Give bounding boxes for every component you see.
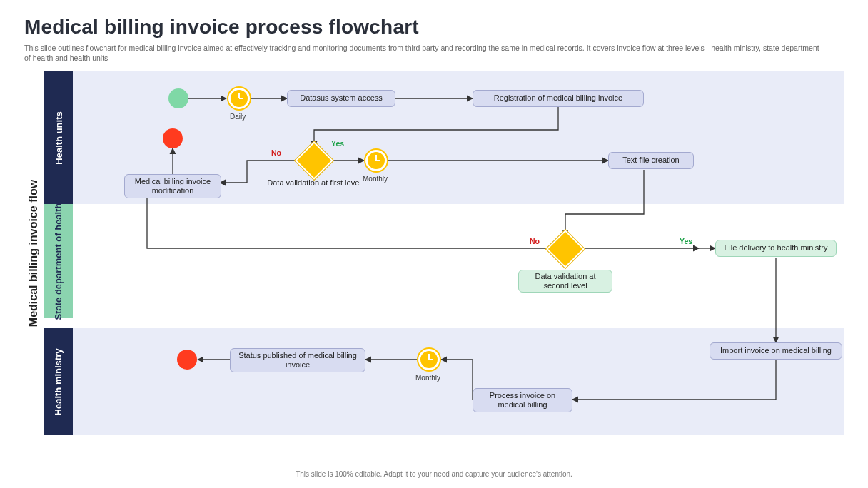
flowchart: Medical billing invoice flow Health unit… (24, 71, 844, 453)
node-modification: Medical billing invoice modification (124, 174, 221, 198)
clock-icon (365, 150, 387, 171)
edge-no-1: No (271, 148, 281, 157)
y-axis-label: Medical billing invoice flow (24, 71, 43, 435)
page-subtitle: This slide outlines flowchart for medica… (24, 43, 824, 63)
edge-yes-2: Yes (680, 237, 692, 245)
decision-validation-1-label: Data validation at first level (264, 178, 364, 187)
node-textfile: Text file creation (608, 152, 694, 169)
node-registration: Registration of medical billing invoice (473, 90, 644, 107)
lane-label-health-units: Health units (44, 71, 73, 204)
lane-label-health-units-text: Health units (54, 111, 64, 164)
clock-icon (418, 349, 440, 370)
clock-monthly-2 (418, 349, 440, 370)
lane-label-ministry: Health ministry (44, 328, 73, 435)
end-node-1 (163, 128, 183, 148)
lane-label-ministry-text: Health ministry (54, 348, 64, 415)
clock-daily-label: Daily (230, 113, 246, 121)
lane-label-state-dept: State department of health (44, 204, 73, 318)
clock-icon (228, 88, 250, 109)
node-process-invoice: Process invoice on medical billing (473, 388, 572, 412)
footer-note: This slide is 100% editable. Adapt it to… (0, 470, 868, 478)
node-file-delivery: File delivery to health ministry (715, 240, 837, 257)
edge-yes-1: Yes (331, 139, 344, 148)
node-status-published: Status published of medical billing invo… (230, 348, 365, 372)
clock-monthly-1 (365, 150, 387, 171)
decision-validation-2 (552, 235, 579, 263)
start-node (168, 88, 188, 108)
end-node-2 (177, 350, 197, 370)
y-axis-label-text: Medical billing invoice flow (27, 180, 40, 327)
clock-daily (228, 88, 250, 109)
lane-body-state-dept (73, 204, 844, 318)
node-datasus: Datasus system access (287, 90, 395, 107)
edge-no-2: No (530, 237, 540, 245)
node-import-invoice: Import invoice on medical billing (710, 342, 842, 360)
clock-monthly-1-label: Monthly (363, 175, 388, 183)
clock-monthly-2-label: Monthly (415, 374, 440, 382)
decision-validation-1 (301, 147, 328, 174)
page-title: Medical billing invoice process flowchar… (24, 16, 844, 39)
lane-label-state-dept-text: State department of health (54, 203, 64, 320)
decision-validation-2-label: Data validation at second level (518, 270, 612, 293)
